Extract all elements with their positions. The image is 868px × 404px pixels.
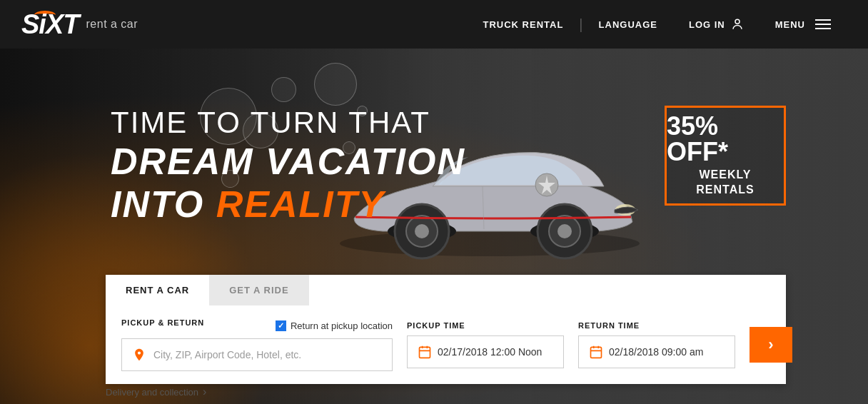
return-time-input[interactable]: 02/18/2018 09:00 am: [578, 335, 735, 368]
pickup-time-value: 02/17/2018 12:00 Noon: [438, 346, 542, 358]
hamburger-icon: [815, 19, 831, 29]
tab-get-a-ride[interactable]: GET A RIDE: [209, 275, 308, 305]
search-button[interactable]: ›: [750, 327, 792, 363]
promo-percent: 35% OFF*: [667, 113, 784, 165]
booking-tabs: RENT A CAR GET A RIDE: [106, 275, 786, 305]
svg-point-9: [557, 224, 572, 238]
pickup-time-group: PICKUP TIME 02/17/2018 12:00 Noon: [407, 321, 564, 368]
delivery-arrow-icon: ›: [203, 385, 206, 398]
language-link[interactable]: LANGUAGE: [583, 19, 673, 30]
svg-point-6: [415, 224, 429, 238]
hero-line3: INTO REALITY: [111, 183, 465, 226]
search-arrow-icon: ›: [768, 335, 773, 354]
pickup-top-row: PICKUP & RETURN Return at pickup locatio…: [121, 318, 393, 333]
promo-text: WEEKLYRENTALS: [696, 168, 754, 198]
return-time-group: RETURN TIME 02/18/2018 09:00 am: [578, 321, 735, 368]
search-btn-wrapper: ›: [750, 327, 792, 363]
hero-into: INTO: [111, 183, 216, 225]
hero-line1: TIME TO TURN THAT: [111, 106, 465, 140]
return-checkbox-row: Return at pickup location: [276, 320, 393, 331]
pickup-label: PICKUP & RETURN: [121, 318, 204, 327]
hero-reality: REALITY: [216, 183, 385, 225]
svg-point-0: [735, 19, 740, 24]
pickup-time-input[interactable]: 02/17/2018 12:00 Noon: [407, 335, 564, 368]
booking-panel: RENT A CAR GET A RIDE PICKUP & RETURN Re…: [106, 275, 786, 384]
orange-arc-icon: [34, 11, 56, 19]
bubble-decoration: [314, 63, 357, 106]
pickup-group: PICKUP & RETURN Return at pickup locatio…: [121, 318, 393, 371]
pickup-location-input[interactable]: City, ZIP, Airport Code, Hotel, etc.: [121, 338, 393, 371]
return-time-value: 02/18/2018 09:00 am: [609, 346, 703, 358]
bubble-decoration: [271, 77, 296, 102]
location-pin-icon: [132, 348, 146, 362]
tab-rent-a-car[interactable]: RENT A CAR: [106, 275, 209, 305]
header: SiXT rent a car TRUCK RENTAL | LANGUAGE …: [0, 0, 868, 49]
pickup-time-label: PICKUP TIME: [407, 321, 564, 330]
calendar-icon: [418, 345, 432, 359]
delivery-link-text: Delivery and collection: [106, 387, 198, 398]
truck-rental-link[interactable]: TRUCK RENTAL: [467, 19, 579, 30]
pickup-placeholder: City, ZIP, Airport Code, Hotel, etc.: [153, 349, 301, 360]
return-calendar-icon: [589, 345, 603, 359]
menu-button[interactable]: MENU: [760, 19, 847, 30]
promo-box: 35% OFF* WEEKLYRENTALS: [665, 106, 786, 206]
hero-section: TIME TO TURN THAT DREAM VACATION INTO RE…: [0, 49, 868, 404]
return-time-label: RETURN TIME: [578, 321, 735, 330]
svg-rect-12: [420, 347, 430, 358]
person-icon: [731, 18, 744, 31]
logo-tagline: rent a car: [86, 18, 138, 31]
sixt-logo: SiXT: [21, 9, 79, 40]
return-checkbox-label: Return at pickup location: [291, 320, 393, 331]
hero-headline: TIME TO TURN THAT DREAM VACATION INTO RE…: [111, 106, 465, 226]
login-link[interactable]: LOG IN: [673, 18, 760, 31]
return-checkbox[interactable]: [276, 320, 286, 331]
svg-rect-13: [591, 347, 602, 358]
booking-form: PICKUP & RETURN Return at pickup locatio…: [106, 305, 786, 384]
main-nav: TRUCK RENTAL | LANGUAGE LOG IN MENU: [467, 16, 847, 33]
delivery-link[interactable]: Delivery and collection ›: [106, 385, 206, 398]
hero-line2: DREAM VACATION: [111, 140, 465, 183]
logo-area: SiXT rent a car: [21, 9, 138, 40]
